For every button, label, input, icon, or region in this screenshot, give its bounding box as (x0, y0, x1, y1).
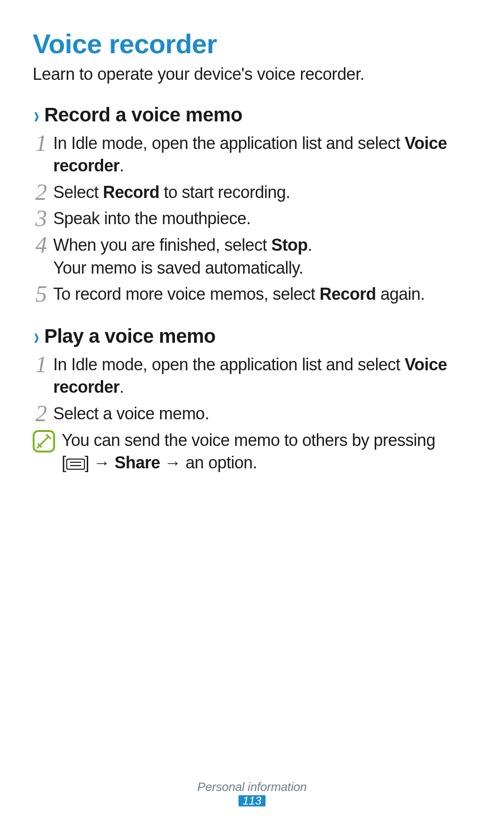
step-text: Speak into the mouthpiece. (53, 209, 251, 228)
step-bold: Record (320, 284, 376, 304)
page-footer: Personal information 113 (0, 780, 504, 806)
subheading-play-text: Play a voice memo (44, 325, 216, 347)
step-text: Select a voice memo. (53, 404, 209, 423)
manual-page: Voice recorder Learn to operate your dev… (0, 0, 504, 827)
subheading-record: › Record a voice memo (33, 103, 471, 127)
step-text: Your memo is saved automatically. (53, 258, 303, 277)
step-text: To record more voice memos, select (53, 284, 320, 304)
note-line-mid: ] → (85, 453, 115, 472)
note-line-pre: [ (62, 453, 66, 472)
menu-key-icon (66, 453, 85, 476)
chevron-right-icon: › (34, 103, 39, 127)
note-block: You can send the voice memo to others by… (33, 429, 471, 476)
step-text: . (119, 156, 124, 175)
step-item: In Idle mode, open the application list … (33, 353, 471, 399)
steps-play: In Idle mode, open the application list … (33, 353, 471, 425)
step-item: Speak into the mouthpiece. (33, 207, 471, 230)
step-item: When you are finished, select Stop. Your… (33, 234, 471, 279)
step-text: In Idle mode, open the application list … (53, 355, 405, 374)
step-bold: Stop (271, 235, 308, 254)
subheading-play: › Play a voice memo (33, 325, 471, 348)
step-text: In Idle mode, open the application list … (53, 134, 405, 153)
svg-rect-1 (67, 459, 84, 469)
note-line-post: → an option. (160, 453, 257, 472)
note-text: You can send the voice memo to others by… (62, 429, 435, 476)
step-item: To record more voice memos, select Recor… (33, 283, 471, 306)
note-bold: Share (115, 453, 161, 472)
step-item: In Idle mode, open the application list … (33, 132, 471, 177)
step-bold: Record (103, 183, 160, 202)
chevron-right-icon: › (34, 325, 39, 348)
page-number: 113 (238, 795, 266, 806)
note-icon (33, 430, 55, 452)
subheading-record-text: Record a voice memo (44, 104, 243, 126)
page-intro: Learn to operate your device's voice rec… (33, 64, 471, 85)
step-text: When you are finished, select (53, 235, 271, 254)
page-title: Voice recorder (33, 29, 471, 59)
step-text: . (119, 377, 124, 396)
steps-record: In Idle mode, open the application list … (33, 132, 471, 306)
note-line: You can send the voice memo to others by… (62, 431, 435, 450)
footer-category: Personal information (0, 780, 504, 794)
step-text: to start recording. (160, 183, 290, 202)
step-text: Select (53, 183, 103, 202)
step-item: Select Record to start recording. (33, 181, 471, 204)
step-text: again. (376, 284, 425, 304)
step-text: . (308, 235, 312, 254)
step-item: Select a voice memo. (33, 403, 471, 425)
